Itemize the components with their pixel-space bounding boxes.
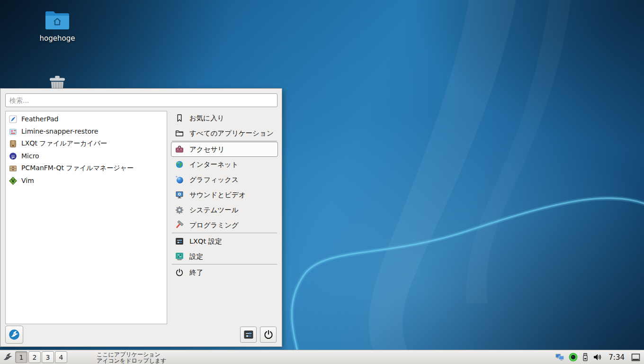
lxqt-settings-icon xyxy=(175,237,184,246)
app-list: FeatherPadLimine-snapper-restoreLXQt ファイ… xyxy=(5,111,167,324)
category-item[interactable]: グラフィックス xyxy=(171,172,278,187)
toolbox-icon xyxy=(175,145,184,154)
app-list-item[interactable]: LXQt ファイルアーカイバー xyxy=(6,137,167,150)
featherpad-icon xyxy=(9,115,17,123)
quicklaunch-drop-area[interactable]: ここにアプリケーション アイコンをドロップします xyxy=(97,350,166,364)
pcmanfm-icon xyxy=(9,164,17,173)
category-label: インターネット xyxy=(189,160,239,169)
app-list-item[interactable]: μMicro xyxy=(6,150,167,162)
archiver-icon xyxy=(9,140,17,148)
workspace-button-1[interactable]: 1 xyxy=(15,351,27,363)
category-item[interactable]: LXQt 設定 xyxy=(171,234,278,249)
volume-icon[interactable] xyxy=(592,352,602,362)
menu-button[interactable] xyxy=(1,351,14,364)
workspace-button-2[interactable]: 2 xyxy=(28,351,41,363)
app-label: PCManFM-Qt ファイルマネージャー xyxy=(21,164,134,173)
category-item[interactable]: アクセサリ xyxy=(171,142,278,157)
quicklaunch-hint-line1: ここにアプリケーション xyxy=(97,352,166,358)
app-list-item[interactable]: FeatherPad xyxy=(6,113,167,125)
power-icon xyxy=(175,268,184,277)
app-label: FeatherPad xyxy=(21,115,59,123)
app-list-item[interactable]: PCManFM-Qt ファイルマネージャー xyxy=(6,162,167,174)
category-item[interactable]: 終了 xyxy=(171,265,278,280)
limine-icon xyxy=(9,127,17,136)
workspace-pager: 1234 xyxy=(15,351,67,363)
desktop-icon-hogehoge[interactable]: hogehoge xyxy=(35,9,80,43)
app-label: LXQt ファイルアーカイバー xyxy=(21,139,107,148)
category-label: サウンドとビデオ xyxy=(189,191,246,200)
category-list: お気に入りすべてのアプリケーションアクセサリインターネットグラフィックスサウンド… xyxy=(171,110,278,280)
category-label: プログラミング xyxy=(189,221,239,230)
desktop: hogehoge FeatherPadLimine-snapper-restor… xyxy=(0,0,644,364)
search-input[interactable] xyxy=(5,93,277,107)
category-item[interactable]: お気に入り xyxy=(171,110,278,126)
taskbar: 1234 ここにアプリケーション アイコンをドロップします 7:34 xyxy=(0,350,644,364)
gear-icon xyxy=(175,205,184,215)
app-label: Vim xyxy=(21,177,34,184)
workspace-button-3[interactable]: 3 xyxy=(42,351,54,363)
category-label: アクセサリ xyxy=(189,145,224,154)
power-icon xyxy=(263,329,274,340)
graphics-sphere-icon xyxy=(175,175,184,184)
app-list-item[interactable]: Limine-snapper-restore xyxy=(6,125,167,137)
category-label: システムツール xyxy=(189,206,239,215)
lxqt-settings-icon xyxy=(243,329,254,340)
svg-text:μ: μ xyxy=(11,154,15,159)
clock[interactable]: 7:34 xyxy=(608,353,625,362)
svg-text:V: V xyxy=(11,178,15,183)
system-tray: 7:34 xyxy=(555,352,644,362)
lxqt-settings-button[interactable] xyxy=(240,327,257,343)
sound-video-icon xyxy=(175,190,184,200)
bookmark-icon xyxy=(175,113,184,123)
show-desktop-button[interactable] xyxy=(631,353,641,362)
vim-icon: V xyxy=(9,177,17,185)
all-apps-folder-icon xyxy=(175,128,184,138)
category-item[interactable]: システムツール xyxy=(171,202,278,218)
category-label: 設定 xyxy=(189,252,203,261)
app-menu: FeatherPadLimine-snapper-restoreLXQt ファイ… xyxy=(0,88,282,347)
category-item[interactable]: プログラミング xyxy=(171,218,278,233)
category-label: 終了 xyxy=(189,268,203,277)
usb-icon[interactable] xyxy=(581,353,589,362)
category-item[interactable]: インターネット xyxy=(171,157,278,172)
category-label: LXQt 設定 xyxy=(189,237,222,246)
category-item[interactable]: サウンドとビデオ xyxy=(171,187,278,202)
workspace-button-4[interactable]: 4 xyxy=(55,351,67,363)
category-label: すべてのアプリケーション xyxy=(189,129,274,138)
hammer-icon xyxy=(175,220,184,230)
bird-logo-icon xyxy=(9,329,20,340)
app-label: Micro xyxy=(21,152,39,160)
settings-icon xyxy=(175,252,184,261)
globe-icon xyxy=(175,160,184,169)
distro-logo-button[interactable] xyxy=(5,326,23,344)
folder-icon xyxy=(45,9,70,32)
network-icon[interactable] xyxy=(555,352,565,362)
quicklaunch-hint-line2: アイコンをドロップします xyxy=(97,358,166,364)
app-label: Limine-snapper-restore xyxy=(21,127,98,135)
power-button[interactable] xyxy=(260,327,277,343)
category-label: グラフィックス xyxy=(189,175,239,184)
category-item[interactable]: 設定 xyxy=(171,249,278,264)
desktop-icon-label: hogehoge xyxy=(35,34,80,43)
bird-icon xyxy=(2,352,13,363)
category-item[interactable]: すべてのアプリケーション xyxy=(171,126,278,141)
app-list-item[interactable]: VVim xyxy=(6,174,167,187)
micro-icon: μ xyxy=(9,152,17,160)
category-label: お気に入り xyxy=(189,114,224,123)
green-status-icon[interactable] xyxy=(568,352,578,362)
